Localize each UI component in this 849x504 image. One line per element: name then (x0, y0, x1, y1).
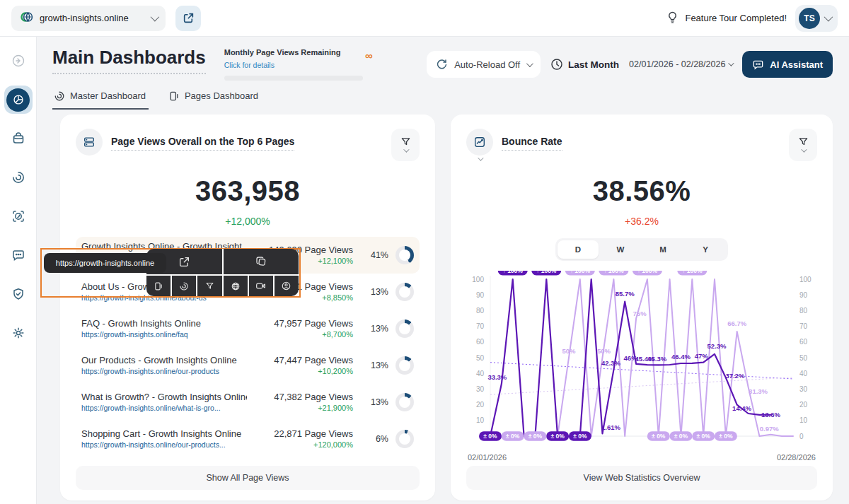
lightbulb-icon (666, 11, 679, 26)
svg-text:75%: 75% (633, 309, 647, 317)
page-url-link[interactable]: https://growth-insights.online/our-produ… (81, 440, 226, 449)
svg-text:20: 20 (476, 401, 485, 409)
ai-assistant-button[interactable]: AI Assistant (742, 51, 833, 78)
bag-icon (11, 131, 25, 146)
svg-text:66.7%: 66.7% (727, 320, 746, 327)
svg-text:60: 60 (799, 338, 808, 346)
view-web-statistics-button[interactable]: View Web Statistics Overview (466, 466, 817, 490)
account-menu[interactable]: TS (795, 5, 838, 32)
sidebar-item-explore[interactable] (4, 202, 33, 230)
refresh-icon (436, 59, 448, 71)
page-views-value: 47,447 Page Views (247, 355, 353, 365)
page-views-delta: +10,200% (247, 367, 353, 375)
page-share-percent: 13% (371, 361, 388, 370)
quota-details-link[interactable]: Click for details (224, 61, 275, 69)
menu-recordings-button[interactable] (249, 276, 275, 296)
svg-text:50%: 50% (597, 347, 611, 355)
header-controls: Auto-Reload Off Last Month 02/01/2026 - … (427, 47, 833, 78)
sidebar-item-settings[interactable] (4, 319, 33, 347)
svg-text:37.2%: 37.2% (725, 372, 744, 380)
tab-label: Master Dashboard (70, 90, 146, 101)
period-toggle-y[interactable]: Y (685, 240, 726, 259)
menu-copy-button[interactable] (224, 249, 299, 274)
sidebar-item-orders[interactable] (4, 124, 33, 153)
chevron-down-icon[interactable] (478, 155, 483, 160)
page-header: Main Dashboards Monthly Page Views Remai… (37, 37, 849, 81)
svg-text:40: 40 (799, 369, 808, 377)
auto-reload-dropdown[interactable]: Auto-Reload Off (427, 51, 541, 78)
menu-dashboard-button[interactable] (172, 276, 197, 296)
filter-icon (798, 136, 809, 147)
period-toggle-m[interactable]: M (642, 240, 683, 259)
list-item[interactable]: FAQ - Growth Insights Onlinehttps://grow… (76, 310, 420, 347)
menu-profile-button[interactable] (275, 276, 299, 296)
tab-label: Pages Dashboard (185, 90, 258, 101)
ai-assistant-label: AI Assistant (770, 59, 823, 70)
show-all-pageviews-button[interactable]: Show All Page Views (76, 466, 420, 490)
menu-filter-button[interactable] (197, 276, 223, 296)
bounce-rate-delta: +36.2% (466, 216, 817, 227)
page-share-percent: 13% (371, 287, 388, 297)
bounce-filter-button[interactable] (789, 129, 817, 161)
svg-text:± 0%: ± 0% (529, 433, 543, 440)
menu-pages-button[interactable] (146, 276, 172, 296)
page-views-delta: +8,700% (247, 330, 353, 339)
date-range-picker[interactable]: 02/01/2026 - 02/28/2026 (629, 59, 732, 69)
open-site-button[interactable] (175, 6, 201, 31)
url-tooltip-text: https://growth-insights.online (56, 259, 154, 267)
sidebar-item-security[interactable] (4, 280, 33, 308)
svg-text:33.3%: 33.3% (487, 373, 507, 381)
filter-icon (400, 136, 411, 147)
svg-text:1.61%: 1.61% (601, 423, 620, 431)
sidebar-collapse-button[interactable] (4, 47, 33, 75)
tab-pages-dashboard[interactable]: Pages Dashboard (167, 88, 261, 110)
svg-text:50: 50 (476, 353, 485, 361)
pages-tab-icon (168, 90, 180, 102)
menu-web-button[interactable] (224, 276, 249, 296)
page-url-link[interactable]: https://growth-insights.online/faq (81, 330, 188, 339)
site-selector[interactable]: growth-insights.online (11, 6, 166, 31)
share-donut-chart (395, 393, 414, 411)
chevron-down-icon (729, 60, 734, 66)
tab-master-dashboard[interactable]: Master Dashboard (52, 88, 149, 110)
page-title-text: Our Products - Growth Insights Online (81, 355, 247, 365)
sidebar-item-dashboards[interactable] (4, 86, 33, 114)
filter-icon (205, 281, 214, 291)
copy-icon (255, 256, 267, 267)
svg-text:± 0%: ± 0% (674, 433, 688, 440)
pageviews-filter-button[interactable] (391, 129, 420, 161)
page-url-link[interactable]: https://growth-insights.online/our-produ… (81, 367, 219, 375)
share-donut-chart (395, 430, 414, 448)
svg-text:± 0%: ± 0% (652, 433, 666, 440)
period-toggle-w[interactable]: W (600, 240, 641, 259)
svg-text:0.97%: 0.97% (760, 425, 779, 433)
svg-text:31.3%: 31.3% (749, 387, 768, 394)
feature-tour-status: Feature Tour Completed! (666, 11, 787, 26)
period-toggle-d[interactable]: D (558, 240, 599, 259)
svg-text:50%: 50% (562, 347, 576, 355)
x-axis-end-label: 02/28/2026 (777, 453, 816, 462)
quota-label: Monthly Page Views Remaining (224, 48, 363, 58)
sidebar (0, 37, 37, 504)
list-item[interactable]: What is Growth? - Growth Insights Online… (76, 384, 420, 421)
site-name: growth-insights.online (40, 13, 145, 23)
topbar: growth-insights.online Feature Tour Comp… (0, 0, 849, 37)
globe-site-icon (20, 10, 34, 27)
list-item[interactable]: Our Products - Growth Insights Onlinehtt… (76, 347, 420, 384)
svg-text:↑ 100%: ↑ 100% (603, 271, 624, 274)
period-label: Last Month (568, 59, 619, 70)
svg-text:± 0%: ± 0% (483, 433, 497, 440)
chat-icon (11, 248, 25, 262)
page-title-text: What is Growth? - Growth Insights Online (81, 392, 247, 402)
external-link-icon (178, 256, 190, 268)
shield-check-icon (11, 287, 25, 301)
list-item[interactable]: Shopping Cart - Growth Insights Onlineht… (76, 421, 420, 457)
svg-text:85.7%: 85.7% (616, 289, 635, 297)
svg-text:± 0%: ± 0% (550, 433, 565, 440)
period-toggle: DWMY (555, 238, 728, 261)
page-url-link[interactable]: https://growth-insights.online/what-is-g… (81, 404, 221, 412)
gear-icon (11, 326, 25, 340)
sidebar-item-feedback[interactable] (4, 241, 33, 269)
svg-text:14.4%: 14.4% (732, 404, 751, 412)
sidebar-item-insights[interactable] (4, 163, 33, 192)
